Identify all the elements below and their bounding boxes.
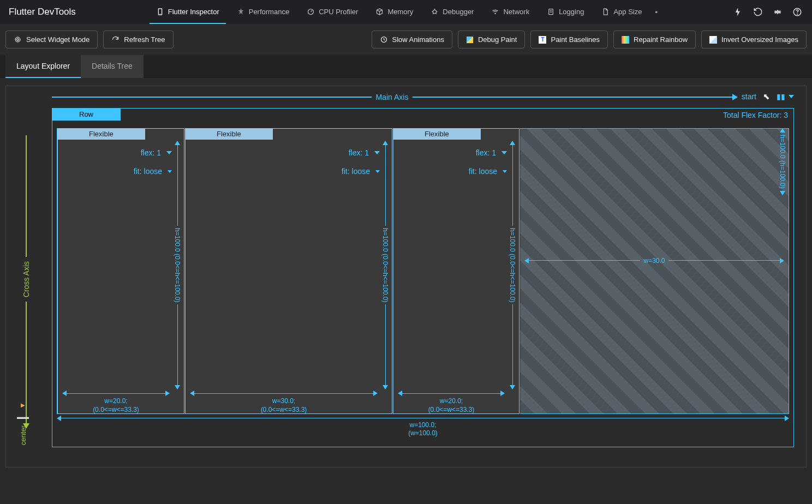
svg-point-15 — [15, 37, 20, 42]
nav-logging[interactable]: Logging — [540, 0, 590, 24]
flex-dropdown[interactable]: flex: 1 — [141, 148, 172, 157]
inspector-toolbar: Select Widget Mode Refresh Tree Slow Ani… — [0, 24, 812, 55]
nav-label: Network — [503, 8, 529, 16]
tab-details-tree[interactable]: Details Tree — [81, 55, 144, 78]
flex-dropdown[interactable]: flex: 1 — [476, 148, 507, 157]
dropdown-value: start — [742, 92, 756, 101]
inspector-tabs: Layout Explorer Details Tree — [0, 55, 812, 78]
target-icon — [14, 35, 22, 44]
width-indicator: w=20.0;(0.0<=w<=33.3) — [398, 391, 505, 410]
cross-axis-alignment-dropdown[interactable]: center — [19, 425, 27, 445]
wifi-icon — [491, 8, 499, 16]
refresh-tree-button[interactable]: Refresh Tree — [103, 31, 173, 49]
package-icon — [375, 8, 384, 16]
file-icon — [601, 8, 610, 16]
help-icon[interactable] — [792, 7, 802, 17]
nav-flutter-inspector[interactable]: Flutter Inspector — [150, 0, 226, 24]
baselines-icon: T — [539, 36, 546, 44]
nav-debugger[interactable]: Debugger — [424, 0, 480, 24]
paint-baselines-button[interactable]: T Paint Baselines — [530, 31, 608, 49]
clock-icon — [380, 35, 388, 44]
height-indicator: h=100.0 (0.0<=h<=100.0) — [173, 141, 182, 389]
nav-label: Memory — [387, 8, 413, 16]
svg-line-7 — [433, 13, 434, 14]
nav-label: Logging — [559, 8, 584, 16]
height-indicator: h=100.0 (0.0<=h<=100.0) — [508, 141, 517, 389]
nav-label: Debugger — [443, 8, 474, 16]
repaint-rainbow-button[interactable]: Repaint Rainbow — [613, 31, 696, 49]
row-container: Row Total Flex Factor: 3 Flexible flex: … — [52, 108, 794, 447]
flex-controls: flex: 1 fit: loose — [469, 148, 507, 176]
gauge-icon — [307, 8, 315, 16]
main-axis-indicator: Main Axis — [52, 93, 738, 101]
nav-app-size[interactable]: App Size — [595, 0, 648, 24]
tab-layout-explorer[interactable]: Layout Explorer — [5, 55, 81, 78]
top-bar: Flutter DevTools Flutter Inspector Perfo… — [0, 0, 812, 24]
row-body: Flexible flex: 1 fit: loose h=100.0 (0.0… — [57, 128, 789, 414]
nav-label: Flutter Inspector — [168, 8, 219, 16]
invert-oversized-button[interactable]: Invert Oversized Images — [701, 31, 807, 49]
slow-animations-button[interactable]: Slow Animations — [372, 31, 452, 49]
width-indicator: w=20.0;(0.0<=w<=33.3) — [62, 391, 170, 410]
rainbow-icon — [622, 36, 629, 44]
image-icon — [709, 36, 717, 44]
top-nav: Flutter Inspector Performance CPU Profil… — [76, 0, 733, 24]
fit-dropdown[interactable]: fit: loose — [134, 167, 172, 176]
free-space-width: w=30.0 — [524, 257, 784, 265]
cross-axis-indicator: Cross Axis — [21, 135, 31, 429]
phone-icon — [156, 8, 164, 16]
refresh-icon — [111, 35, 120, 44]
nav-performance[interactable]: Performance — [230, 0, 296, 24]
clipboard-icon — [547, 8, 555, 16]
main-axis-alignment-dropdown[interactable]: start — [742, 92, 756, 101]
fit-dropdown[interactable]: fit: loose — [342, 167, 380, 176]
layout-explorer-panel: Main Axis start ⬉ ▮▮ Cross Axis ▶ ▬▬ cen… — [5, 86, 807, 467]
container-height-indicator: h=100.0 (h=100.0) — [778, 128, 787, 414]
restore-icon[interactable] — [753, 7, 763, 17]
debug-paint-button[interactable]: Debug Paint — [458, 31, 526, 49]
debug-paint-icon — [466, 36, 474, 44]
height-indicator: h=100.0 (0.0<=h<=100.0) — [381, 141, 390, 389]
bolt-icon[interactable] — [733, 7, 743, 17]
child-type-label: Flexible — [185, 128, 273, 140]
flex-child-2[interactable]: Flexible flex: 1 fit: loose h=100.0 (0.0… — [393, 128, 520, 414]
flex-controls: flex: 1 fit: loose — [134, 148, 172, 176]
cursor-icon: ⬉ — [763, 92, 770, 101]
nav-label: CPU Profiler — [319, 8, 358, 16]
button-label: Refresh Tree — [124, 35, 165, 44]
main-axis-alignment-selector[interactable]: ▮▮ — [777, 92, 794, 101]
cross-axis-label: Cross Axis — [22, 257, 31, 302]
gear-icon[interactable] — [773, 7, 783, 17]
button-label: Paint Baselines — [551, 35, 600, 44]
free-space-region: w=30.0 — [520, 128, 789, 414]
align-icon[interactable]: ▬▬ — [17, 413, 29, 420]
nav-memory[interactable]: Memory — [369, 0, 420, 24]
fit-dropdown[interactable]: fit: loose — [469, 167, 507, 176]
svg-point-3 — [433, 10, 437, 13]
cross-axis-alignment-control: ▶ ▬▬ center — [17, 402, 29, 445]
flex-child-0[interactable]: Flexible flex: 1 fit: loose h=100.0 (0.0… — [57, 128, 184, 414]
child-type-label: Flexible — [57, 128, 145, 140]
nav-overflow[interactable]: • — [653, 8, 660, 16]
flex-controls: flex: 1 fit: loose — [342, 148, 380, 176]
nav-network[interactable]: Network — [485, 0, 536, 24]
container-width-indicator: w=100.0;(w=100.0) — [57, 416, 789, 438]
row-widget-label[interactable]: Row — [52, 108, 121, 121]
nav-label: Performance — [249, 8, 289, 16]
svg-point-16 — [17, 39, 19, 41]
top-right-actions — [733, 7, 807, 17]
button-label: Invert Oversized Images — [721, 35, 798, 44]
bug-icon — [431, 8, 439, 16]
play-icon[interactable]: ▶ — [21, 402, 25, 408]
svg-point-9 — [495, 13, 495, 14]
flex-dropdown[interactable]: flex: 1 — [349, 148, 380, 157]
nav-label: App Size — [613, 8, 642, 16]
flex-child-1[interactable]: Flexible flex: 1 fit: loose h=100.0 (0.0… — [185, 128, 392, 414]
button-label: Debug Paint — [478, 35, 517, 44]
nav-cpu-profiler[interactable]: CPU Profiler — [300, 0, 365, 24]
select-widget-mode-button[interactable]: Select Widget Mode — [5, 31, 98, 49]
width-indicator: w=30.0;(0.0<=w<=33.3) — [190, 391, 378, 410]
button-label: Repaint Rainbow — [634, 35, 688, 44]
main-axis-alignment-control: start ⬉ ▮▮ — [742, 92, 794, 101]
child-type-label: Flexible — [393, 128, 481, 140]
